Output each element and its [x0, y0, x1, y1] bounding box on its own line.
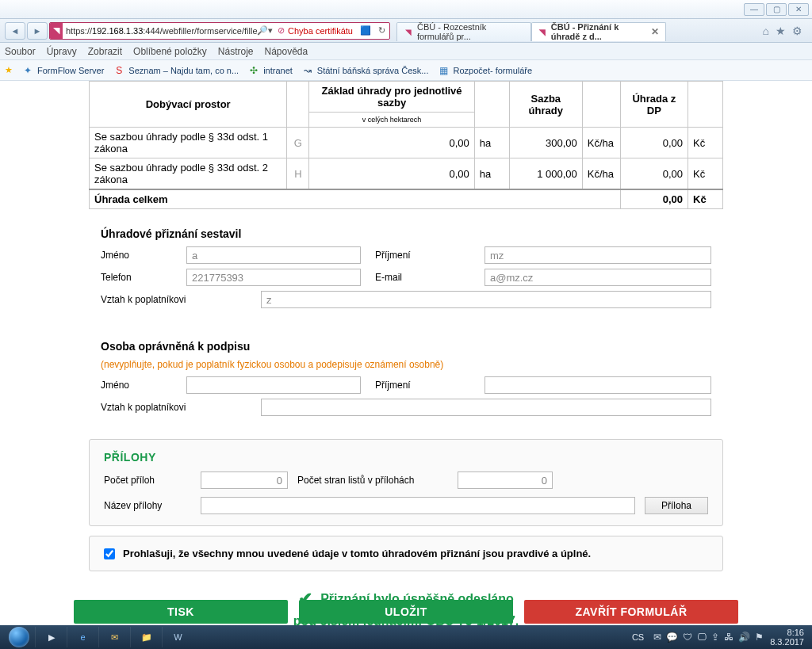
browser-tab-1[interactable]: ◥ ČBÚ - Rozcestník formulářů pr... — [396, 22, 531, 41]
windows-taskbar: ▶ e ✉ 📁 W CS ✉ 💬 🛡 🖵 ⇪ 🖧 🔊 ⚑ 8:16 8.3.20… — [0, 625, 812, 649]
section-title: PŘÍLOHY — [104, 451, 708, 464]
taskbar-outlook-icon[interactable]: ✉ — [98, 627, 130, 647]
input-telefon[interactable] — [186, 269, 361, 286]
tray-flag-icon[interactable]: ⚑ — [755, 632, 764, 643]
window-titlebar: — ▢ ✕ — [0, 0, 812, 19]
tray-net-icon[interactable]: 🖧 — [724, 632, 733, 643]
menu-soubor[interactable]: Soubor — [5, 46, 36, 57]
col-dp: Dobývací prostor — [90, 82, 287, 128]
menu-upravy[interactable]: Úpravy — [47, 46, 77, 57]
col-uhrada: Úhrada z DP — [620, 82, 688, 128]
tray-msg-icon[interactable]: 💬 — [666, 632, 678, 643]
browser-right-icons: ⌂ ★ ⚙ — [763, 25, 807, 37]
section-title: Osoba oprávněná k podpisu — [101, 340, 711, 353]
start-button[interactable] — [3, 625, 35, 649]
input-podpis-jmeno[interactable] — [186, 376, 361, 394]
menu-napoveda[interactable]: Nápověda — [265, 46, 308, 57]
cert-error-badge[interactable]: Chyba certifikátu — [273, 25, 358, 36]
section-podpis: Osoba oprávněná k podpisu (nevyplňujte, … — [89, 331, 723, 429]
url-text: https://192.168.1.33:444/webfiller/forms… — [63, 26, 257, 36]
input-jmeno[interactable] — [186, 246, 361, 264]
input-pocet-priloh[interactable] — [201, 471, 288, 489]
menu-zobrazit[interactable]: Zobrazit — [88, 46, 122, 57]
tab-strip: ◥ ČBÚ - Rozcestník formulářů pr... ◥ ČBÚ… — [396, 21, 666, 41]
tray-device-icon[interactable]: ⇪ — [711, 632, 719, 643]
tab-label: ČBÚ - Rozcestník formulářů pr... — [417, 22, 524, 41]
nav-forward-button[interactable]: ► — [27, 22, 48, 40]
input-prijmeni[interactable] — [485, 246, 711, 264]
input-podpis-vztah[interactable] — [261, 399, 711, 416]
label-prijmeni: Příjmení — [375, 380, 470, 391]
table-total-row: Úhrada celkem 0,00 Kč — [90, 189, 723, 209]
favicon-icon: ◥ — [538, 26, 547, 37]
label-pocet-stran: Počet stran listů v přílohách — [297, 475, 448, 486]
declaration-text: Prohlašuji, že všechny mnou uvedené údaj… — [123, 548, 591, 559]
browser-menubar: Soubor Úpravy Zobrazit Oblíbené položky … — [0, 43, 812, 60]
label-jmeno: Jméno — [101, 380, 172, 391]
input-vztah[interactable] — [261, 291, 711, 308]
bookmarks-bar: ★ ✦FormFlow Server SSeznam – Najdu tam, … — [0, 60, 812, 81]
page-content: Dobývací prostor Základ úhrady pro jedno… — [0, 81, 812, 625]
system-tray: CS ✉ 💬 🛡 🖵 ⇪ 🖧 🔊 ⚑ 8:16 8.3.2017 — [629, 628, 809, 647]
label-vztah: Vztah k poplatníkovi — [101, 294, 251, 305]
input-podpis-prijmeni[interactable] — [485, 376, 711, 394]
attach-button[interactable]: Příloha — [645, 497, 708, 514]
menu-oblibene[interactable]: Oblíbené položky — [133, 46, 207, 57]
menu-nastroje[interactable]: Nástroje — [218, 46, 254, 57]
label-prijmeni: Příjmení — [375, 250, 470, 261]
bookmark-sbs[interactable]: ↝Státní báňská správa Česk... — [302, 65, 429, 76]
tab-close-icon[interactable]: ✕ — [651, 26, 659, 37]
print-button[interactable]: TISK — [74, 600, 288, 624]
table-row: Se sazbou úhrady podle § 33d odst. 1 zák… — [90, 128, 723, 158]
taskbar-mediaplayer-icon[interactable]: ▶ — [35, 627, 67, 647]
addon-icon[interactable]: 🟦 — [358, 25, 373, 36]
taskbar-explorer-icon[interactable]: 📁 — [130, 627, 162, 647]
refresh-icon[interactable]: ↻ — [373, 25, 389, 36]
bookmark-intranet[interactable]: ✣intranet — [248, 65, 293, 76]
window-maximize-button[interactable]: ▢ — [766, 3, 787, 16]
tray-shield-icon[interactable]: 🛡 — [683, 632, 692, 643]
window-close-button[interactable]: ✕ — [788, 3, 809, 16]
bookmark-rozpocet[interactable]: ▦Rozpočet- formuláře — [438, 65, 532, 76]
window-minimize-button[interactable]: — — [744, 3, 764, 16]
search-dropdown-icon[interactable]: 🔎▾ — [257, 25, 273, 36]
tray-screen-icon[interactable]: 🖵 — [697, 632, 707, 643]
favorites-icon[interactable]: ★ — [776, 25, 786, 37]
tools-icon[interactable]: ⚙ — [792, 25, 802, 37]
label-email: E-mail — [375, 272, 470, 283]
section-prilohy: PŘÍLOHY Počet příloh Počet stran listů v… — [89, 439, 723, 526]
label-telefon: Telefon — [101, 272, 172, 283]
tray-vol-icon[interactable]: 🔊 — [738, 632, 750, 643]
action-button-bar: TISK ULOŽIT ZAVŘÍT FORMULÁŘ — [0, 600, 812, 624]
podpis-hint: (nevyplňujte, pokud je poplatník fyzicko… — [101, 359, 711, 370]
bookmark-seznam[interactable]: SSeznam – Najdu tam, co n... — [113, 65, 239, 76]
label-pocet-priloh: Počet příloh — [104, 475, 191, 486]
browser-address-row: ◄ ► ◥ https://192.168.1.33:444/webfiller… — [0, 19, 812, 43]
col-zaklad-sub: v celých hektarech — [309, 113, 474, 128]
input-nazev-prilohy[interactable] — [201, 497, 635, 514]
declaration-checkbox[interactable] — [104, 548, 115, 559]
label-nazev-prilohy: Název přílohy — [104, 500, 191, 511]
nav-back-button[interactable]: ◄ — [5, 22, 25, 40]
taskbar-ie-icon[interactable]: e — [67, 627, 98, 647]
favorites-star-icon[interactable]: ★ — [5, 65, 13, 75]
col-zaklad: Základ úhrady pro jednotlivé sazby — [309, 82, 474, 113]
tray-mail-icon[interactable]: ✉ — [653, 632, 661, 643]
input-email[interactable] — [485, 269, 711, 286]
close-form-button[interactable]: ZAVŘÍT FORMULÁŘ — [524, 600, 738, 624]
tray-clock[interactable]: 8:16 8.3.2017 — [770, 628, 804, 647]
calculation-table: Dobývací prostor Základ úhrady pro jedno… — [89, 81, 723, 209]
language-indicator[interactable]: CS — [629, 632, 647, 642]
bookmark-formflow[interactable]: ✦FormFlow Server — [22, 65, 104, 76]
lock-warning-icon: ◥ — [50, 23, 63, 39]
save-button[interactable]: ULOŽIT — [299, 600, 513, 624]
home-icon[interactable]: ⌂ — [763, 25, 769, 37]
section-title: Úhradové přiznání sestavil — [101, 227, 711, 240]
input-pocet-stran[interactable] — [458, 471, 553, 489]
taskbar-word-icon[interactable]: W — [162, 627, 193, 647]
section-declaration: Prohlašuji, že všechny mnou uvedené údaj… — [89, 536, 723, 571]
address-bar[interactable]: ◥ https://192.168.1.33:444/webfiller/for… — [49, 22, 390, 40]
label-vztah: Vztah k poplatníkovi — [101, 402, 251, 413]
browser-tab-2[interactable]: ◥ ČBÚ - Přiznání k úhradě z d... ✕ — [531, 22, 666, 41]
favicon-icon: ◥ — [404, 26, 413, 37]
